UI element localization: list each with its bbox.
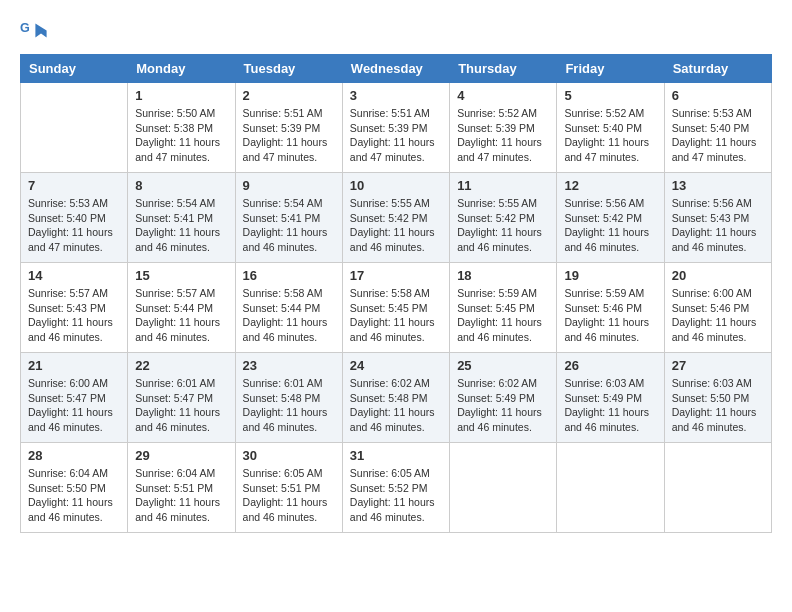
day-info: Sunrise: 5:55 AM Sunset: 5:42 PM Dayligh… [350, 196, 442, 255]
day-cell: 12Sunrise: 5:56 AM Sunset: 5:42 PM Dayli… [557, 173, 664, 263]
day-cell: 13Sunrise: 5:56 AM Sunset: 5:43 PM Dayli… [664, 173, 771, 263]
calendar-body: 1Sunrise: 5:50 AM Sunset: 5:38 PM Daylig… [21, 83, 772, 533]
day-info: Sunrise: 5:51 AM Sunset: 5:39 PM Dayligh… [243, 106, 335, 165]
day-cell: 23Sunrise: 6:01 AM Sunset: 5:48 PM Dayli… [235, 353, 342, 443]
week-row-3: 14Sunrise: 5:57 AM Sunset: 5:43 PM Dayli… [21, 263, 772, 353]
day-info: Sunrise: 6:03 AM Sunset: 5:49 PM Dayligh… [564, 376, 656, 435]
day-info: Sunrise: 5:59 AM Sunset: 5:45 PM Dayligh… [457, 286, 549, 345]
day-info: Sunrise: 5:57 AM Sunset: 5:44 PM Dayligh… [135, 286, 227, 345]
day-info: Sunrise: 6:02 AM Sunset: 5:48 PM Dayligh… [350, 376, 442, 435]
day-cell: 17Sunrise: 5:58 AM Sunset: 5:45 PM Dayli… [342, 263, 449, 353]
day-info: Sunrise: 5:58 AM Sunset: 5:44 PM Dayligh… [243, 286, 335, 345]
day-number: 7 [28, 178, 120, 193]
day-number: 5 [564, 88, 656, 103]
day-number: 18 [457, 268, 549, 283]
day-cell: 26Sunrise: 6:03 AM Sunset: 5:49 PM Dayli… [557, 353, 664, 443]
day-number: 4 [457, 88, 549, 103]
header-row: SundayMondayTuesdayWednesdayThursdayFrid… [21, 55, 772, 83]
day-number: 26 [564, 358, 656, 373]
day-cell: 2Sunrise: 5:51 AM Sunset: 5:39 PM Daylig… [235, 83, 342, 173]
day-number: 24 [350, 358, 442, 373]
week-row-4: 21Sunrise: 6:00 AM Sunset: 5:47 PM Dayli… [21, 353, 772, 443]
day-number: 31 [350, 448, 442, 463]
header-cell-sunday: Sunday [21, 55, 128, 83]
day-cell: 5Sunrise: 5:52 AM Sunset: 5:40 PM Daylig… [557, 83, 664, 173]
day-number: 14 [28, 268, 120, 283]
week-row-2: 7Sunrise: 5:53 AM Sunset: 5:40 PM Daylig… [21, 173, 772, 263]
logo-icon: G [20, 18, 48, 46]
day-number: 16 [243, 268, 335, 283]
day-number: 19 [564, 268, 656, 283]
day-cell: 4Sunrise: 5:52 AM Sunset: 5:39 PM Daylig… [450, 83, 557, 173]
day-info: Sunrise: 5:53 AM Sunset: 5:40 PM Dayligh… [28, 196, 120, 255]
day-info: Sunrise: 5:57 AM Sunset: 5:43 PM Dayligh… [28, 286, 120, 345]
day-cell: 28Sunrise: 6:04 AM Sunset: 5:50 PM Dayli… [21, 443, 128, 533]
day-cell: 30Sunrise: 6:05 AM Sunset: 5:51 PM Dayli… [235, 443, 342, 533]
day-info: Sunrise: 6:00 AM Sunset: 5:46 PM Dayligh… [672, 286, 764, 345]
day-number: 30 [243, 448, 335, 463]
day-cell: 8Sunrise: 5:54 AM Sunset: 5:41 PM Daylig… [128, 173, 235, 263]
day-cell: 22Sunrise: 6:01 AM Sunset: 5:47 PM Dayli… [128, 353, 235, 443]
day-cell [557, 443, 664, 533]
day-cell: 18Sunrise: 5:59 AM Sunset: 5:45 PM Dayli… [450, 263, 557, 353]
day-info: Sunrise: 6:03 AM Sunset: 5:50 PM Dayligh… [672, 376, 764, 435]
day-number: 20 [672, 268, 764, 283]
day-cell: 25Sunrise: 6:02 AM Sunset: 5:49 PM Dayli… [450, 353, 557, 443]
calendar-table: SundayMondayTuesdayWednesdayThursdayFrid… [20, 54, 772, 533]
day-number: 27 [672, 358, 764, 373]
day-number: 6 [672, 88, 764, 103]
svg-text:G: G [20, 21, 30, 35]
header-cell-monday: Monday [128, 55, 235, 83]
week-row-1: 1Sunrise: 5:50 AM Sunset: 5:38 PM Daylig… [21, 83, 772, 173]
day-cell: 10Sunrise: 5:55 AM Sunset: 5:42 PM Dayli… [342, 173, 449, 263]
day-number: 11 [457, 178, 549, 193]
header-cell-tuesday: Tuesday [235, 55, 342, 83]
day-cell: 27Sunrise: 6:03 AM Sunset: 5:50 PM Dayli… [664, 353, 771, 443]
day-number: 9 [243, 178, 335, 193]
day-number: 21 [28, 358, 120, 373]
day-cell: 6Sunrise: 5:53 AM Sunset: 5:40 PM Daylig… [664, 83, 771, 173]
header-cell-friday: Friday [557, 55, 664, 83]
header-cell-wednesday: Wednesday [342, 55, 449, 83]
day-cell: 29Sunrise: 6:04 AM Sunset: 5:51 PM Dayli… [128, 443, 235, 533]
day-info: Sunrise: 6:02 AM Sunset: 5:49 PM Dayligh… [457, 376, 549, 435]
day-number: 13 [672, 178, 764, 193]
logo: G [20, 18, 50, 46]
day-info: Sunrise: 5:56 AM Sunset: 5:42 PM Dayligh… [564, 196, 656, 255]
day-info: Sunrise: 5:50 AM Sunset: 5:38 PM Dayligh… [135, 106, 227, 165]
day-cell: 20Sunrise: 6:00 AM Sunset: 5:46 PM Dayli… [664, 263, 771, 353]
day-cell: 24Sunrise: 6:02 AM Sunset: 5:48 PM Dayli… [342, 353, 449, 443]
day-cell: 7Sunrise: 5:53 AM Sunset: 5:40 PM Daylig… [21, 173, 128, 263]
day-info: Sunrise: 5:52 AM Sunset: 5:39 PM Dayligh… [457, 106, 549, 165]
day-info: Sunrise: 6:01 AM Sunset: 5:47 PM Dayligh… [135, 376, 227, 435]
day-cell: 15Sunrise: 5:57 AM Sunset: 5:44 PM Dayli… [128, 263, 235, 353]
day-number: 29 [135, 448, 227, 463]
calendar-header: SundayMondayTuesdayWednesdayThursdayFrid… [21, 55, 772, 83]
day-number: 22 [135, 358, 227, 373]
header: G [20, 10, 772, 46]
day-cell: 31Sunrise: 6:05 AM Sunset: 5:52 PM Dayli… [342, 443, 449, 533]
day-cell: 11Sunrise: 5:55 AM Sunset: 5:42 PM Dayli… [450, 173, 557, 263]
day-cell [450, 443, 557, 533]
day-info: Sunrise: 6:00 AM Sunset: 5:47 PM Dayligh… [28, 376, 120, 435]
day-info: Sunrise: 5:59 AM Sunset: 5:46 PM Dayligh… [564, 286, 656, 345]
day-number: 3 [350, 88, 442, 103]
day-cell: 1Sunrise: 5:50 AM Sunset: 5:38 PM Daylig… [128, 83, 235, 173]
day-number: 17 [350, 268, 442, 283]
header-cell-saturday: Saturday [664, 55, 771, 83]
day-info: Sunrise: 5:54 AM Sunset: 5:41 PM Dayligh… [135, 196, 227, 255]
day-cell: 9Sunrise: 5:54 AM Sunset: 5:41 PM Daylig… [235, 173, 342, 263]
week-row-5: 28Sunrise: 6:04 AM Sunset: 5:50 PM Dayli… [21, 443, 772, 533]
day-info: Sunrise: 5:52 AM Sunset: 5:40 PM Dayligh… [564, 106, 656, 165]
day-cell: 16Sunrise: 5:58 AM Sunset: 5:44 PM Dayli… [235, 263, 342, 353]
day-cell: 3Sunrise: 5:51 AM Sunset: 5:39 PM Daylig… [342, 83, 449, 173]
day-cell: 14Sunrise: 5:57 AM Sunset: 5:43 PM Dayli… [21, 263, 128, 353]
day-number: 10 [350, 178, 442, 193]
day-info: Sunrise: 6:04 AM Sunset: 5:51 PM Dayligh… [135, 466, 227, 525]
day-cell: 19Sunrise: 5:59 AM Sunset: 5:46 PM Dayli… [557, 263, 664, 353]
day-info: Sunrise: 6:04 AM Sunset: 5:50 PM Dayligh… [28, 466, 120, 525]
day-info: Sunrise: 5:56 AM Sunset: 5:43 PM Dayligh… [672, 196, 764, 255]
day-cell [664, 443, 771, 533]
day-info: Sunrise: 5:53 AM Sunset: 5:40 PM Dayligh… [672, 106, 764, 165]
day-info: Sunrise: 6:01 AM Sunset: 5:48 PM Dayligh… [243, 376, 335, 435]
